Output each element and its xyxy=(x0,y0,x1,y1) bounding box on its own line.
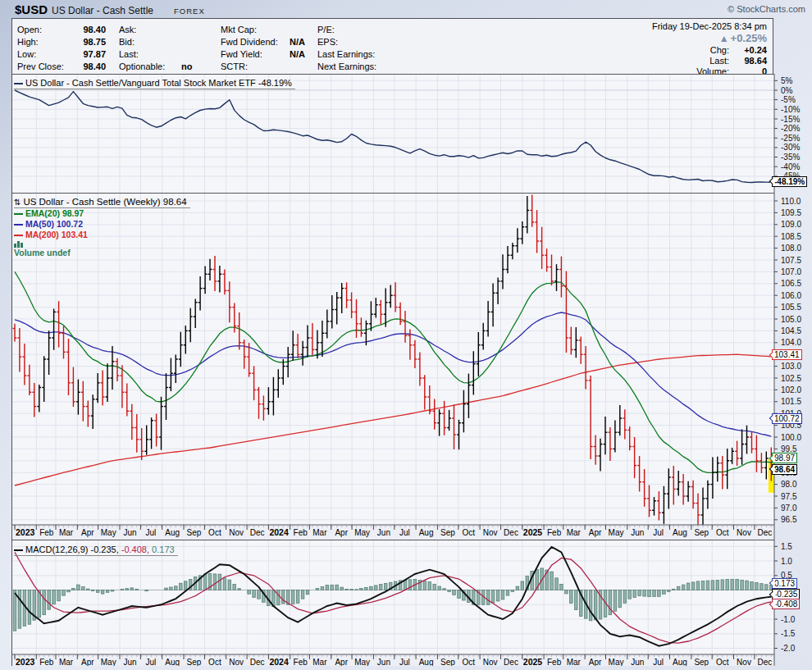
svg-text:Aug: Aug xyxy=(419,528,434,537)
svg-text:-35%: -35% xyxy=(781,153,800,162)
axis-value-label-98.97: 98.97 xyxy=(772,453,797,463)
svg-text:-2.0: -2.0 xyxy=(781,644,796,653)
svg-text:Apr: Apr xyxy=(81,658,94,666)
svg-text:Jul: Jul xyxy=(399,528,410,537)
svg-text:May: May xyxy=(101,528,116,537)
svg-text:2024: 2024 xyxy=(269,527,289,537)
ratio-panel-chart: 5%0%-5%-10%-15%-20%-25%-30%-35%-40%-45% xyxy=(12,74,812,193)
svg-text:5%: 5% xyxy=(781,76,793,85)
macd-panel-chart: 1.51.00.50.0-0.5-1.0-1.5-2.02023FebMarAp… xyxy=(12,540,812,666)
updown-arrows-icon: ⇅ xyxy=(14,198,21,207)
svg-text:2025: 2025 xyxy=(523,527,543,537)
quote-field: Last Earnings: xyxy=(317,48,391,61)
svg-text:Nov: Nov xyxy=(737,658,751,666)
svg-text:106.5: 106.5 xyxy=(781,279,801,288)
svg-text:Mar: Mar xyxy=(59,528,74,537)
svg-text:Feb: Feb xyxy=(547,658,562,666)
svg-text:Nov: Nov xyxy=(483,658,498,666)
ratio-legend-text: US Dollar - Cash Settle/Vanguard Total S… xyxy=(25,78,292,88)
svg-text:May: May xyxy=(354,658,370,666)
svg-text:Jun: Jun xyxy=(631,528,644,537)
svg-text:Apr: Apr xyxy=(589,528,602,537)
quote-field: Prev Close:98.40 xyxy=(17,61,106,73)
svg-text:108.0: 108.0 xyxy=(781,244,801,253)
axis-value-label--0.408: -0.408 xyxy=(772,599,800,609)
svg-text:Sep: Sep xyxy=(187,528,202,537)
svg-text:1.5: 1.5 xyxy=(781,542,792,551)
quote-field-value: 98.75 xyxy=(71,36,106,48)
change-percent: ▲+0.25% xyxy=(652,33,767,45)
volume-bars-icon xyxy=(14,240,23,248)
axis-value-label-0.173: 0.173 xyxy=(772,578,797,589)
svg-text:Dec: Dec xyxy=(250,658,265,666)
quote-field: Next Earnings: xyxy=(317,61,391,73)
axis-value-label--48.19%: -48.19% xyxy=(772,176,807,187)
svg-text:96.5: 96.5 xyxy=(781,515,797,524)
overlay-legend-ma50: MA(50) 100.72 xyxy=(14,219,190,230)
svg-text:97.0: 97.0 xyxy=(781,504,797,513)
quote-field-label: SCTR: xyxy=(221,61,290,73)
quote-field-label: Fwd Yield: xyxy=(221,48,290,61)
svg-text:Oct: Oct xyxy=(463,528,476,537)
quote-field: High:98.75 xyxy=(17,36,106,48)
quote-stat-label: Chg: xyxy=(710,45,729,56)
svg-text:-5%: -5% xyxy=(781,95,796,104)
quote-field: Open:98.40 xyxy=(17,24,106,36)
svg-text:Oct: Oct xyxy=(716,658,729,666)
title-bar: $USD US Dollar - Cash Settle FOREX © Sto… xyxy=(0,0,812,16)
quote-field-label: Prev Close: xyxy=(17,61,71,73)
quote-stat-value: 98.64 xyxy=(729,56,767,66)
svg-text:Oct: Oct xyxy=(208,658,221,666)
svg-text:108.5: 108.5 xyxy=(781,232,801,241)
overlay-dash-icon xyxy=(14,213,23,215)
price-legend-title: US Dollar - Cash Settle (Weekly) 98.64 xyxy=(23,197,186,207)
price-legend: ⇅US Dollar - Cash Settle (Weekly) 98.64 … xyxy=(14,194,190,251)
quote-panel: Open:98.40High:98.75Low:97.87Prev Close:… xyxy=(12,19,773,75)
quote-field: P/E: xyxy=(317,24,391,36)
change-percent-value: +0.25% xyxy=(731,32,767,44)
svg-text:Apr: Apr xyxy=(335,528,348,537)
macd-legend-dash-icon xyxy=(14,549,23,551)
axis-value-label--0.235: -0.235 xyxy=(772,589,800,599)
svg-text:Mar: Mar xyxy=(312,528,327,537)
quote-field-value: 98.40 xyxy=(71,61,106,73)
svg-text:100.0: 100.0 xyxy=(781,433,801,442)
svg-text:-30%: -30% xyxy=(781,143,800,152)
svg-text:Nov: Nov xyxy=(483,528,498,537)
stockcharts-copyright-link[interactable]: © StockCharts.com xyxy=(728,4,805,14)
svg-text:Aug: Aug xyxy=(165,528,180,537)
svg-text:-15%: -15% xyxy=(781,115,800,124)
quote-right-block: Friday 19-Dec-2025 8:34 pm ▲+0.25% Chg:+… xyxy=(652,21,767,77)
svg-text:2023: 2023 xyxy=(16,657,35,666)
overlay-legend-text: Volume undef xyxy=(14,248,71,258)
quote-field-label: Last Earnings: xyxy=(317,48,391,61)
svg-text:Jun: Jun xyxy=(631,658,644,666)
macd-legend: MACD(12,26,9) -0.235, -0.408, 0.173 xyxy=(14,541,178,556)
exchange-label: FOREX xyxy=(174,7,205,16)
svg-text:98.0: 98.0 xyxy=(781,480,797,489)
overlay-dash-icon xyxy=(14,224,23,226)
axis-value-label-100.72: 100.72 xyxy=(772,413,802,424)
svg-text:Feb: Feb xyxy=(547,528,562,537)
quote-field-value: N/A xyxy=(290,48,305,61)
quote-field-value: 98.40 xyxy=(71,24,106,36)
quote-field: Ask: xyxy=(119,24,192,36)
svg-text:Jun: Jun xyxy=(377,528,390,537)
quote-field-label: High: xyxy=(17,36,71,48)
svg-text:May: May xyxy=(101,658,116,666)
svg-text:-1.0: -1.0 xyxy=(781,615,796,624)
svg-text:Dec: Dec xyxy=(250,528,265,537)
svg-text:103.0: 103.0 xyxy=(781,362,801,371)
svg-text:0%: 0% xyxy=(781,86,793,95)
svg-text:Feb: Feb xyxy=(39,528,54,537)
svg-text:May: May xyxy=(609,528,624,537)
svg-text:Jul: Jul xyxy=(653,658,664,666)
quote-field-label: Bid: xyxy=(119,36,181,48)
svg-text:107.0: 107.0 xyxy=(781,267,801,276)
svg-text:Sep: Sep xyxy=(440,528,455,537)
svg-text:Feb: Feb xyxy=(294,528,308,537)
svg-text:102.0: 102.0 xyxy=(781,385,801,394)
quote-field: Bid: xyxy=(119,36,192,48)
svg-text:105.5: 105.5 xyxy=(781,303,801,312)
svg-text:May: May xyxy=(354,528,370,537)
